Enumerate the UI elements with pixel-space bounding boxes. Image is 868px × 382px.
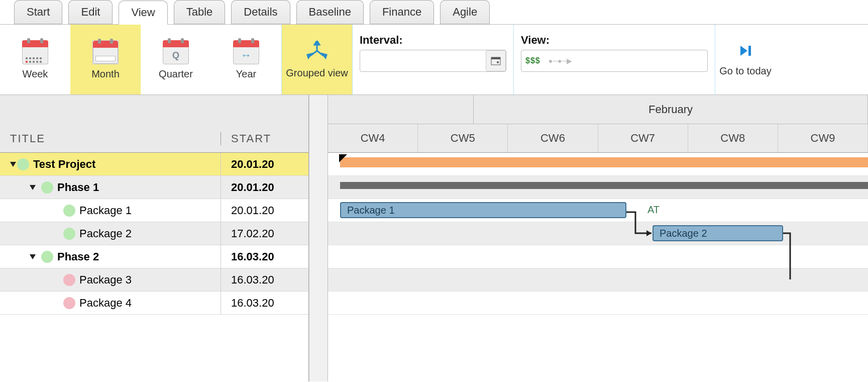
gantt-month-label: February: [474, 95, 868, 124]
column-start[interactable]: START: [221, 132, 308, 145]
zoom-month-label: Month: [91, 68, 120, 79]
row-title: Phase 2: [57, 250, 99, 263]
row-title: Phase 1: [57, 181, 99, 194]
gantt-week-row: CW4CW5CW6CW7CW8CW9: [328, 124, 868, 152]
calendar-year-icon: ↔: [233, 40, 259, 64]
tab-agile[interactable]: Agile: [440, 0, 490, 24]
row-title: Package 3: [79, 273, 132, 286]
gantt-chart[interactable]: February CW4CW5CW6CW7CW8CW9 Package 1ATP…: [328, 95, 868, 381]
gantt-pane: February CW4CW5CW6CW7CW8CW9 Package 1ATP…: [319, 95, 868, 381]
table-row[interactable]: Package 120.01.20: [0, 199, 308, 222]
row-title: Package 4: [79, 297, 132, 310]
gantt-body: Package 1ATPackage 2: [328, 153, 868, 315]
gantt-month-blank: [328, 95, 474, 124]
zoom-week-button[interactable]: Week: [0, 25, 70, 94]
calendar-week-icon: [22, 40, 48, 64]
row-title: Package 1: [79, 204, 132, 217]
status-dot: [41, 181, 53, 194]
gantt-week-cw4: CW4: [328, 124, 418, 152]
view-select[interactable]: $$$ ●─●─▶: [521, 50, 708, 72]
gantt-week-cw8: CW8: [688, 124, 778, 152]
gantt-bar-pk2[interactable]: Package 2: [653, 225, 783, 241]
gantt-row: [328, 153, 868, 176]
row-start: 16.03.20: [221, 297, 308, 310]
calendar-quarter-icon: Q: [163, 40, 189, 64]
zoom-month-button[interactable]: Month: [70, 25, 141, 94]
grouped-view-label: Grouped view: [286, 67, 348, 78]
calendar-month-icon: [92, 40, 119, 64]
table-row[interactable]: Package 416.03.20: [0, 292, 308, 315]
gantt-month-row: February: [328, 95, 868, 124]
calendar-icon: [491, 56, 501, 66]
gantt-row: [328, 292, 868, 315]
table-row[interactable]: Phase 120.01.20: [0, 176, 308, 199]
grouped-view-icon: [305, 41, 329, 63]
rows-container: Test Project20.01.20Phase 120.01.20Packa…: [0, 153, 308, 381]
gantt-week-cw7: CW7: [598, 124, 688, 152]
view-field: View: $$$ ●─●─▶: [514, 25, 715, 94]
zoom-group: Week Month Q Quarter ↔ Year: [0, 25, 281, 94]
gantt-row: Package 2: [328, 222, 868, 245]
gantt-bar-pk1[interactable]: Package 1: [340, 202, 626, 218]
tab-table[interactable]: Table: [174, 0, 226, 24]
left-scrollbar[interactable]: [309, 95, 319, 381]
table-row[interactable]: Phase 216.03.20: [0, 245, 308, 268]
row-title: Package 2: [79, 227, 132, 240]
expand-toggle[interactable]: [10, 162, 16, 167]
main-area: TITLE START Test Project20.01.20Phase 12…: [0, 95, 868, 381]
tab-baseline[interactable]: Baseline: [296, 0, 364, 24]
gantt-gutter: [319, 95, 328, 381]
gantt-annotation: AT: [647, 204, 660, 216]
svg-marker-1: [307, 54, 311, 58]
interval-calendar-button[interactable]: [486, 50, 506, 71]
zoom-quarter-button[interactable]: Q Quarter: [141, 25, 211, 94]
interval-input[interactable]: [360, 56, 486, 66]
svg-marker-0: [314, 41, 319, 45]
row-start: 16.03.20: [221, 250, 308, 263]
table-row[interactable]: Package 217.02.20: [0, 222, 308, 245]
status-dot: [17, 158, 29, 170]
tab-view[interactable]: View: [119, 1, 167, 25]
row-title: Test Project: [33, 158, 95, 171]
status-dot: [63, 228, 75, 240]
task-table: TITLE START Test Project20.01.20Phase 12…: [0, 95, 309, 381]
zoom-year-button[interactable]: ↔ Year: [211, 25, 281, 94]
tabs-bar: Start Edit View Table Details Baseline F…: [0, 0, 868, 25]
gantt-bar-proj[interactable]: [340, 157, 868, 167]
gantt-row: Package 1AT: [328, 199, 868, 222]
zoom-year-label: Year: [236, 68, 256, 79]
expand-toggle[interactable]: [30, 185, 36, 190]
row-start: 16.03.20: [221, 273, 308, 286]
column-title[interactable]: TITLE: [0, 132, 221, 145]
svg-marker-6: [740, 46, 747, 56]
gantt-row: [328, 176, 868, 199]
grouped-view-button[interactable]: Grouped view: [282, 25, 352, 94]
tab-finance[interactable]: Finance: [370, 0, 434, 24]
goto-today-icon: [737, 43, 753, 61]
tab-edit[interactable]: Edit: [68, 0, 113, 24]
svg-rect-4: [491, 57, 500, 59]
gantt-week-cw6: CW6: [508, 124, 598, 152]
row-start: 20.01.20: [221, 181, 308, 194]
goto-today-button[interactable]: Go to today: [715, 25, 776, 94]
view-flow-icon: ●─●─▶: [545, 57, 577, 65]
tab-start[interactable]: Start: [14, 0, 62, 24]
view-label: View:: [521, 34, 708, 47]
row-start: 20.01.20: [221, 158, 308, 171]
view-input[interactable]: [576, 56, 707, 66]
status-dot: [63, 297, 75, 309]
tab-details[interactable]: Details: [231, 0, 290, 24]
gantt-bar-ph1[interactable]: [340, 182, 868, 189]
interval-field: Interval:: [353, 25, 513, 94]
status-dot: [63, 274, 75, 286]
gantt-row: [328, 245, 868, 268]
gantt-row: [328, 268, 868, 292]
table-row[interactable]: Package 316.03.20: [0, 268, 308, 292]
svg-rect-7: [748, 46, 751, 56]
expand-toggle[interactable]: [30, 254, 36, 259]
goto-today-label: Go to today: [719, 65, 771, 76]
table-row[interactable]: Test Project20.01.20: [0, 153, 308, 176]
gantt-header: February CW4CW5CW6CW7CW8CW9: [328, 95, 868, 153]
view-placeholder-icon: $$$: [521, 56, 545, 65]
status-dot: [63, 205, 75, 217]
